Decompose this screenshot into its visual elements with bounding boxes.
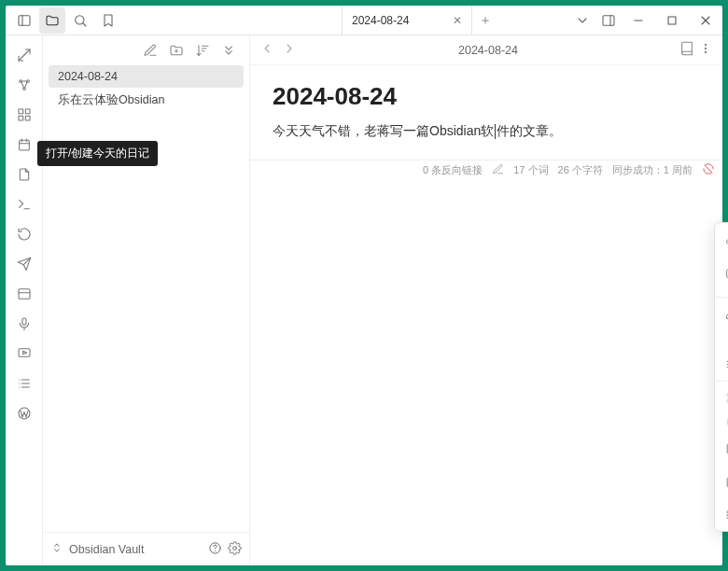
cm-insert[interactable]: 插入› [715,352,728,377]
settings-icon[interactable] [228,541,242,558]
svg-line-65 [705,165,712,173]
vault-switcher-icon[interactable] [50,541,63,557]
ribbon [6,35,43,565]
note-heading: 2024-08-24 [273,82,700,111]
insert-icon [724,358,728,371]
breadcrumb[interactable]: 2024-08-24 [302,44,674,57]
select-all-icon [724,508,728,522]
svg-line-3 [83,23,86,26]
svg-line-14 [24,82,26,88]
reading-view-icon[interactable] [679,41,694,59]
audio-recorder-icon[interactable] [10,310,38,338]
sidebar-tools [43,35,249,62]
right-sidebar-toggle-icon[interactable] [595,7,622,34]
cm-add-external-link[interactable]: 新增外部链接 [715,252,728,293]
titlebar: 2024-08-24 ✕ ＋ [6,6,722,35]
svg-rect-16 [19,109,23,114]
window-maximize-button[interactable] [655,6,689,35]
graph-view-icon[interactable] [10,71,38,99]
new-tab-button[interactable]: ＋ [472,12,498,29]
cm-paste[interactable]: 粘贴 [715,436,728,461]
status-sync[interactable]: 同步成功：1 周前 [612,163,693,177]
app-body: 2024-08-24 乐在云体验Obsidian 打开/创建今天的日记 Obsi… [6,35,722,565]
wordpress-icon[interactable] [10,399,38,427]
tab-active[interactable]: 2024-08-24 ✕ [342,6,472,35]
more-options-icon[interactable] [698,41,713,59]
outline-icon[interactable] [10,369,38,397]
new-note-icon[interactable] [139,39,161,62]
edit-mode-icon[interactable] [492,163,504,177]
pilcrow-icon [724,333,728,346]
svg-rect-29 [22,318,26,325]
status-chars[interactable]: 26 个字符 [558,163,603,177]
link-icon [724,233,728,246]
cm-paste-plain[interactable]: 以纯文本形式粘贴 [715,461,728,502]
tooltip: 打开/创建今天的日记 [37,141,158,166]
wand-icon [724,308,728,321]
canvas-icon[interactable] [10,101,38,129]
svg-point-45 [233,546,237,550]
slides-icon[interactable] [10,340,38,368]
window-minimize-button[interactable] [622,6,655,35]
reload-icon[interactable] [10,220,38,248]
window-close-button[interactable] [689,6,722,35]
nav-back-icon[interactable] [259,41,274,59]
svg-rect-4 [603,15,614,25]
clipboard-text-icon [724,475,728,488]
svg-rect-18 [19,116,23,120]
daily-note-icon[interactable] [10,131,38,159]
svg-point-47 [705,48,706,49]
svg-rect-7 [668,17,676,24]
svg-rect-27 [19,289,30,299]
svg-rect-31 [19,349,30,357]
cm-paragraph[interactable]: 段落设置› [715,327,728,352]
templates-icon[interactable] [10,160,38,188]
sort-icon[interactable] [191,39,214,62]
app-window: 2024-08-24 ✕ ＋ [6,6,722,565]
editor: 2024-08-24 2024-08-24 今天天气不错，老蒋写一篇Obsidi… [250,35,722,565]
new-folder-icon[interactable] [165,39,188,62]
cm-copy: 复制 [715,411,728,436]
svg-point-46 [705,44,706,45]
svg-rect-17 [25,109,30,114]
cm-add-link[interactable]: 新增链接 [715,227,728,252]
quick-switcher-icon[interactable] [10,41,38,69]
cm-text-format[interactable]: 文本格式› [715,301,728,327]
bookmarks-icon[interactable] [95,7,121,34]
vault-name[interactable]: Obsidian Vault [69,543,144,556]
tab-close-icon[interactable]: ✕ [453,14,462,27]
help-icon[interactable] [208,541,222,558]
workspace-icon[interactable] [10,280,38,308]
file-item[interactable]: 2024-08-24 [49,65,244,88]
status-backlinks[interactable]: 0 条反向链接 [423,163,483,177]
clipboard-icon [724,442,728,455]
svg-rect-20 [19,140,29,150]
collapse-icon[interactable] [217,39,240,62]
svg-marker-32 [22,351,26,354]
scissors-icon [724,392,728,405]
svg-point-48 [705,51,706,52]
cm-separator [715,381,728,382]
tab-title: 2024-08-24 [352,14,409,27]
titlebar-left-tools [6,7,121,34]
cm-select-all[interactable]: 全选 [715,502,728,527]
svg-point-2 [76,15,84,23]
svg-line-13 [21,82,23,88]
search-icon[interactable] [67,7,93,34]
command-palette-icon[interactable] [10,190,38,218]
svg-rect-0 [19,15,30,25]
nav-forward-icon[interactable] [282,41,297,59]
left-sidebar-toggle-icon[interactable] [11,7,37,34]
publish-icon[interactable] [10,250,38,278]
sync-error-icon[interactable] [702,162,715,178]
tab-menu-chevron-icon[interactable] [569,7,595,34]
cm-separator [715,297,728,298]
copy-icon [724,417,728,430]
cm-cut: 剪切 [715,385,728,411]
editor-content[interactable]: 2024-08-24 今天天气不错，老蒋写一篇Obsidian软件的文章。 [250,65,722,160]
status-words[interactable]: 17 个词 [513,163,548,177]
note-body[interactable]: 今天天气不错，老蒋写一篇Obsidian软件的文章。 [273,120,700,143]
sidebar-footer: Obsidian Vault [43,532,249,565]
file-item[interactable]: 乐在云体验Obsidian [49,88,244,113]
file-explorer-icon[interactable] [39,7,65,34]
